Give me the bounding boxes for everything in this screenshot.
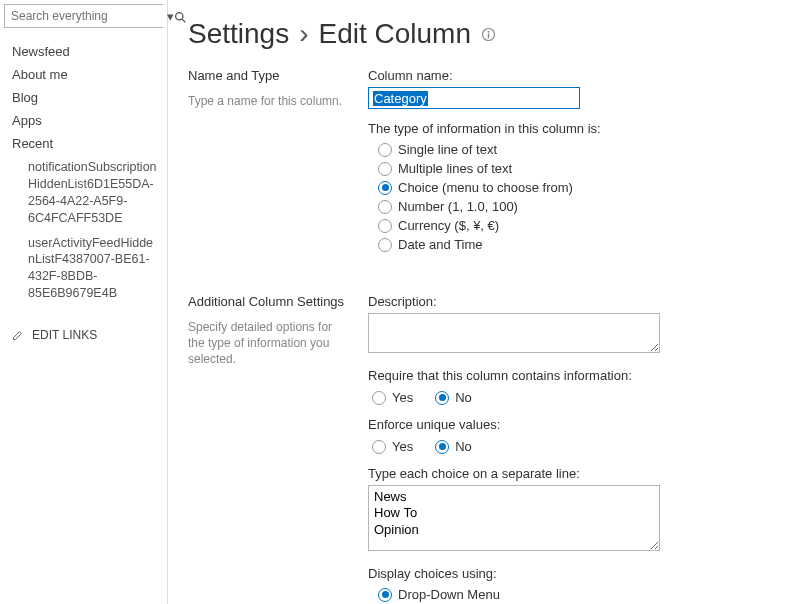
radio-icon [378,181,392,195]
column-type-radio[interactable]: Choice (menu to choose from) [378,178,780,197]
column-type-radio[interactable]: Multiple lines of text [378,159,780,178]
column-name-field[interactable]: Category [368,87,580,109]
require-label: Require that this column contains inform… [368,368,780,383]
section-heading: Additional Column Settings [188,294,352,309]
sidebar-item-about-me[interactable]: About me [2,63,165,86]
radio-label: Single line of text [398,142,497,157]
breadcrumb: Settings › Edit Column [188,18,780,50]
require-radio-group: Yes No [368,387,780,405]
column-type-radio[interactable]: Currency ($, ¥, €) [378,216,780,235]
radio-icon [378,162,392,176]
radio-icon [378,143,392,157]
description-field[interactable] [368,313,660,353]
display-label: Display choices using: [368,566,780,581]
section-help: Type a name for this column. [188,93,352,109]
unique-yes-radio[interactable]: Yes [372,439,413,454]
column-name-value: Category [373,91,428,106]
svg-rect-4 [488,34,489,39]
radio-label: Choice (menu to choose from) [398,180,573,195]
search-box[interactable]: ▾ [4,4,163,28]
require-yes-radio[interactable]: Yes [372,390,413,405]
radio-label: Currency ($, ¥, €) [398,218,499,233]
radio-icon [378,219,392,233]
breadcrumb-current: Edit Column [319,18,472,50]
radio-label: Multiple lines of text [398,161,512,176]
radio-label: Drop-Down Menu [398,587,500,602]
breadcrumb-root[interactable]: Settings [188,18,289,50]
section-name-and-type: Name and Type Type a name for this colum… [188,68,780,266]
radio-icon [378,200,392,214]
section-additional-settings: Additional Column Settings Specify detai… [188,294,780,604]
pencil-icon [12,329,24,341]
description-label: Description: [368,294,780,309]
unique-label: Enforce unique values: [368,417,780,432]
display-choice-radio[interactable]: Drop-Down Menu [378,585,780,604]
section-heading: Name and Type [188,68,352,83]
radio-label: Number (1, 1.0, 100) [398,199,518,214]
svg-point-3 [488,31,490,33]
sidebar-item-apps[interactable]: Apps [2,109,165,132]
main-content: Settings › Edit Column Name and Type Typ… [168,0,800,604]
unique-no-radio[interactable]: No [435,439,472,454]
info-icon[interactable] [481,26,496,43]
require-no-radio[interactable]: No [435,390,472,405]
column-type-radio[interactable]: Date and Time [378,235,780,254]
radio-label: Date and Time [398,237,483,252]
edit-links-label: EDIT LINKS [32,328,97,342]
search-input[interactable] [5,5,167,27]
column-type-radio[interactable]: Number (1, 1.0, 100) [378,197,780,216]
radio-icon [378,588,392,602]
column-type-radio[interactable]: Single line of text [378,140,780,159]
choices-field[interactable] [368,485,660,551]
choices-label: Type each choice on a separate line: [368,466,780,481]
sidebar-item-newsfeed[interactable]: Newsfeed [2,40,165,63]
radio-icon [378,238,392,252]
column-type-label: The type of information in this column i… [368,121,780,136]
column-name-label: Column name: [368,68,780,83]
sidebar-item-blog[interactable]: Blog [2,86,165,109]
recent-item[interactable]: notificationSubscriptionHiddenList6D1E55… [2,155,165,231]
sidebar-item-recent[interactable]: Recent [2,132,165,155]
breadcrumb-separator: › [299,18,308,50]
section-help: Specify detailed options for the type of… [188,319,352,368]
edit-links-button[interactable]: EDIT LINKS [2,320,165,350]
recent-item[interactable]: userActivityFeedHiddenListF4387007-BE61-… [2,231,165,307]
unique-radio-group: Yes No [368,436,780,454]
sidebar: ▾ Newsfeed About me Blog Apps Recent not… [0,0,168,604]
